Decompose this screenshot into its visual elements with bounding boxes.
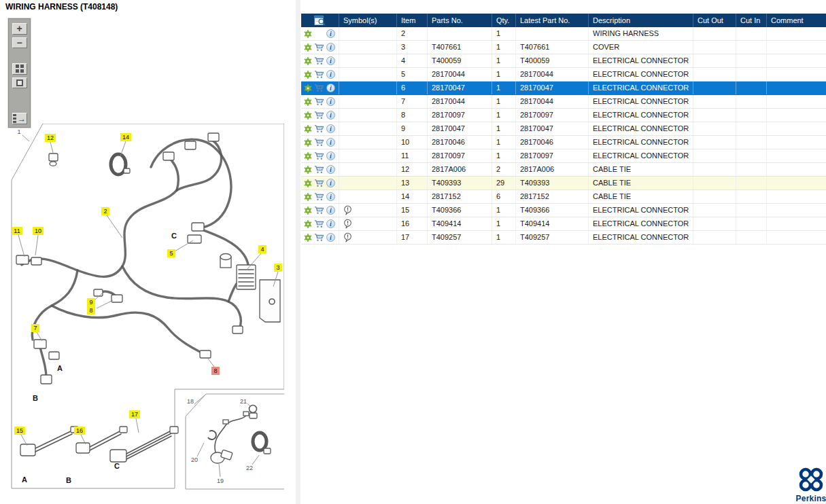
note-balloon-icon[interactable] (343, 205, 352, 215)
table-row[interactable]: i 14 2817152 6 2817152 CABLE TIE (301, 190, 826, 204)
callout-4[interactable]: 4 (258, 245, 266, 253)
cart-icon[interactable] (314, 84, 324, 92)
header-results-cell[interactable] (301, 14, 339, 27)
gear-icon[interactable] (304, 234, 312, 242)
info-icon[interactable]: i (326, 179, 335, 187)
gear-icon[interactable] (304, 166, 312, 174)
cart-icon[interactable] (314, 70, 324, 79)
header-qty[interactable]: Qty. (492, 14, 516, 27)
gear-icon[interactable] (304, 220, 312, 228)
cart-icon[interactable] (314, 111, 324, 120)
info-icon[interactable]: i (326, 97, 335, 106)
callout-16[interactable]: 16 (74, 427, 85, 435)
cart-icon[interactable] (314, 233, 324, 242)
cart-icon[interactable] (314, 56, 324, 65)
zoom-out-button[interactable]: − (12, 37, 27, 49)
info-icon[interactable]: i (326, 29, 335, 38)
cart-icon[interactable] (314, 97, 324, 106)
cart-icon[interactable] (314, 165, 324, 174)
gear-icon[interactable] (304, 139, 312, 147)
table-row[interactable]: i 13 T409393 29 T409393 CABLE TIE (301, 177, 826, 190)
letter-b2: B (66, 476, 71, 484)
header-cut-out[interactable]: Cut Out (693, 14, 736, 27)
gear-icon[interactable] (304, 111, 312, 120)
info-icon[interactable]: i (326, 111, 335, 120)
cart-icon[interactable] (314, 192, 324, 201)
cart-icon[interactable] (314, 151, 324, 160)
gear-icon[interactable] (304, 179, 312, 187)
callout-9[interactable]: 9 (87, 298, 95, 306)
header-cut-in[interactable]: Cut In (736, 14, 767, 27)
header-description[interactable]: Description (589, 14, 693, 27)
info-icon[interactable]: i (326, 151, 335, 160)
callout-15[interactable]: 15 (14, 427, 25, 435)
cart-icon[interactable] (314, 219, 324, 228)
table-row[interactable]: i 17 T409257 1 T409257 ELECTRICAL CONNEC… (301, 231, 826, 245)
info-icon[interactable]: i (326, 43, 335, 52)
info-icon[interactable]: i (326, 70, 335, 79)
header-symbols[interactable]: Symbol(s) (339, 14, 397, 27)
info-icon[interactable]: i (326, 192, 335, 201)
gear-icon[interactable] (304, 84, 312, 92)
header-item[interactable]: Item (397, 14, 428, 27)
gear-icon[interactable] (304, 125, 312, 133)
tile-view-button[interactable] (12, 63, 27, 75)
cart-icon[interactable] (314, 138, 324, 147)
callout-17[interactable]: 17 (129, 410, 140, 418)
cart-icon[interactable] (314, 124, 324, 133)
gear-icon[interactable] (304, 43, 312, 52)
gear-icon[interactable] (304, 193, 312, 201)
info-icon[interactable]: i (326, 56, 335, 65)
info-icon[interactable]: i (326, 84, 335, 92)
gear-icon[interactable] (304, 57, 312, 65)
gear-icon[interactable] (304, 152, 312, 160)
info-icon[interactable]: i (326, 219, 335, 228)
table-row[interactable]: i 7 28170044 1 28170044 ELECTRICAL CONNE… (301, 95, 826, 109)
callout-14[interactable]: 14 (120, 133, 131, 141)
note-balloon-icon[interactable] (343, 232, 352, 242)
table-row[interactable]: i 16 T409414 1 T409414 ELECTRICAL CONNEC… (301, 217, 826, 231)
send-to-list-button[interactable]: → (12, 113, 27, 124)
callout-8-selected[interactable]: 8 (211, 367, 220, 375)
table-row[interactable]: i 5 28170044 1 28170044 ELECTRICAL CONNE… (301, 68, 826, 82)
table-row[interactable]: i 15 T409366 1 T409366 ELECTRICAL CONNEC… (301, 204, 826, 217)
cart-icon[interactable] (314, 206, 324, 215)
header-comment[interactable]: Comment (767, 14, 826, 27)
table-row[interactable]: i 10 28170046 1 28170046 ELECTRICAL CONN… (301, 136, 826, 149)
cart-icon[interactable] (314, 179, 324, 187)
table-row[interactable]: i 12 2817A006 2 2817A006 CABLE TIE (301, 163, 826, 177)
callout-5[interactable]: 5 (167, 249, 175, 257)
table-row[interactable]: i 9 28170047 1 28170047 ELECTRICAL CONNE… (301, 122, 826, 136)
gear-icon[interactable] (304, 71, 312, 79)
zoom-in-button[interactable]: + (12, 23, 27, 35)
callout-12[interactable]: 12 (45, 134, 56, 142)
table-row[interactable]: i 6 28170047 1 28170047 ELECTRICAL CONNE… (301, 82, 826, 95)
table-row[interactable]: i 2 1 WIRING HARNESS (301, 27, 826, 41)
info-icon[interactable]: i (326, 138, 335, 147)
table-row[interactable]: i 3 T407661 1 T407661 COVER (301, 41, 826, 54)
callout-2[interactable]: 2 (101, 207, 109, 215)
cell-description: ELECTRICAL CONNECTOR (589, 82, 693, 94)
header-latest-part-no[interactable]: Latest Part No. (516, 14, 589, 27)
callout-8[interactable]: 8 (87, 306, 95, 314)
svg-text:17: 17 (131, 411, 138, 418)
info-icon[interactable]: i (326, 124, 335, 133)
callout-3[interactable]: 3 (274, 264, 282, 272)
note-balloon-icon[interactable] (343, 219, 352, 229)
callout-11[interactable]: 11 (12, 227, 22, 235)
info-icon[interactable]: i (326, 165, 335, 174)
info-icon[interactable]: i (326, 206, 335, 215)
diagram-pane[interactable]: 1 12 14 2 11 10 5 4 3 9 8 7 8 15 16 17 1… (10, 124, 284, 493)
gear-icon[interactable] (304, 30, 312, 38)
cart-icon[interactable] (314, 43, 324, 52)
gear-icon[interactable] (304, 98, 312, 106)
fit-view-button[interactable] (12, 77, 27, 89)
header-parts-no[interactable]: Parts No. (428, 14, 492, 27)
info-icon[interactable]: i (326, 233, 335, 242)
table-row[interactable]: i 4 T400059 1 T400059 ELECTRICAL CONNECT… (301, 54, 826, 68)
gear-icon[interactable] (304, 206, 312, 215)
callout-7[interactable]: 7 (31, 324, 39, 332)
table-row[interactable]: i 11 28170097 1 28170097 ELECTRICAL CONN… (301, 149, 826, 163)
callout-10[interactable]: 10 (33, 227, 44, 235)
table-row[interactable]: i 8 28170097 1 28170097 ELECTRICAL CONNE… (301, 109, 826, 122)
